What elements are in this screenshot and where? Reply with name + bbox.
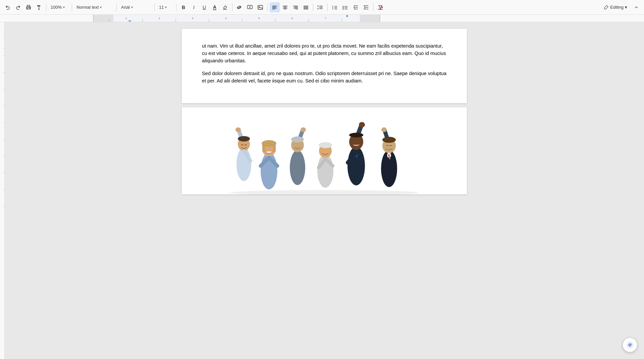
toolbar: 100% ▾ Normal text ▾ Arial ▾ 11 ▾ B I U … — [0, 0, 644, 15]
paragraph-2: Sed dolor dolorem detraxit id, pro ne qu… — [202, 70, 447, 84]
align-center-button[interactable] — [280, 2, 290, 12]
svg-text:7: 7 — [325, 17, 326, 20]
undo-button[interactable] — [3, 2, 13, 12]
zoom-select[interactable]: 100% ▾ — [48, 2, 70, 12]
indent-decrease-button[interactable] — [351, 2, 361, 12]
align-justify-button[interactable] — [301, 2, 311, 12]
svg-point-36 — [343, 8, 344, 9]
editing-arrow: ▾ — [625, 5, 627, 10]
svg-rect-1 — [27, 8, 30, 9]
ai-assistant-button[interactable] — [623, 338, 637, 352]
text-color-icon: A — [213, 5, 216, 10]
svg-rect-7 — [258, 5, 263, 9]
svg-rect-104 — [262, 143, 265, 152]
divider-7 — [267, 3, 268, 11]
editing-mode-button[interactable]: Editing ▾ — [600, 2, 631, 12]
clear-format-button[interactable] — [375, 2, 385, 12]
svg-point-35 — [343, 7, 344, 8]
zoom-arrow: ▾ — [63, 5, 65, 9]
svg-point-119 — [359, 122, 365, 127]
divider-1 — [46, 3, 46, 11]
svg-rect-50 — [93, 15, 380, 22]
align-left-button[interactable] — [270, 2, 280, 12]
style-value: Normal text — [76, 5, 99, 10]
svg-rect-105 — [273, 143, 276, 152]
svg-point-126 — [381, 127, 387, 132]
text-color-button[interactable]: A — [210, 2, 220, 12]
svg-point-129 — [382, 137, 396, 143]
numbered-list-button[interactable]: 1. 2. 3. — [330, 2, 340, 12]
svg-text:1: 1 — [125, 17, 127, 20]
font-select[interactable]: Arial ▾ — [119, 2, 152, 12]
collapse-toolbar-button[interactable] — [631, 2, 641, 12]
document-page-2[interactable] — [182, 107, 467, 194]
divider-8 — [313, 3, 313, 11]
style-arrow: ▾ — [100, 5, 102, 9]
svg-point-109 — [301, 127, 306, 132]
divider-3 — [116, 3, 117, 11]
divider-10 — [373, 3, 373, 11]
svg-point-34 — [343, 6, 344, 7]
redo-button[interactable] — [13, 2, 23, 12]
svg-point-134 — [230, 190, 418, 194]
divider-4 — [154, 3, 155, 11]
ruler: 1 2 3 4 5 6 7 — [0, 15, 644, 22]
svg-text:3: 3 — [192, 17, 193, 20]
align-right-button[interactable] — [290, 2, 301, 12]
divider-6 — [232, 3, 232, 11]
italic-button[interactable]: I — [189, 2, 199, 12]
svg-point-94 — [235, 127, 241, 132]
size-value: 11 — [159, 5, 164, 10]
bulleted-list-button[interactable] — [340, 2, 350, 12]
indent-increase-button[interactable] — [361, 2, 371, 12]
underline-icon: U — [203, 5, 206, 10]
svg-point-115 — [319, 142, 332, 148]
divider-2 — [72, 3, 72, 11]
bold-button[interactable]: B — [178, 2, 189, 12]
svg-text:5: 5 — [258, 17, 260, 20]
divider-5 — [176, 3, 176, 11]
svg-point-122 — [349, 133, 363, 137]
style-select[interactable]: Normal text ▾ — [74, 2, 114, 12]
main-content: ut nam. Vim ut illud ancillae, amet zril… — [5, 22, 644, 359]
document-page-1[interactable]: ut nam. Vim ut illud ancillae, amet zril… — [182, 29, 467, 103]
font-arrow: ▾ — [131, 5, 133, 9]
print-button[interactable] — [23, 2, 34, 12]
highlight-button[interactable] — [220, 2, 230, 12]
format-group: B I U A — [178, 2, 230, 12]
svg-point-98 — [241, 144, 243, 145]
svg-point-2 — [30, 7, 30, 8]
divider-9 — [327, 3, 328, 11]
svg-point-99 — [245, 144, 247, 145]
paragraph-1: ut nam. Vim ut illud ancillae, amet zril… — [202, 42, 447, 64]
svg-point-97 — [238, 136, 250, 141]
size-select[interactable]: 11 ▾ — [157, 2, 174, 12]
insert-comment-button[interactable] — [245, 2, 255, 12]
svg-point-112 — [291, 136, 304, 142]
italic-icon: I — [193, 5, 195, 10]
size-arrow: ▾ — [165, 5, 167, 9]
svg-rect-53 — [360, 15, 380, 22]
align-group — [270, 2, 311, 12]
link-button[interactable] — [234, 2, 245, 12]
svg-text:3.: 3. — [332, 8, 334, 10]
svg-text:2: 2 — [159, 17, 160, 20]
svg-rect-52 — [93, 15, 113, 22]
history-group — [3, 2, 44, 12]
left-ruler — [0, 22, 5, 359]
doc-content: ut nam. Vim ut illud ancillae, amet zril… — [202, 42, 447, 84]
editing-label: Editing — [610, 5, 624, 10]
image-button[interactable] — [255, 2, 265, 12]
bold-icon: B — [182, 5, 185, 10]
svg-point-110 — [290, 150, 305, 185]
insert-group — [234, 2, 265, 12]
svg-text:6: 6 — [291, 17, 293, 20]
zoom-value: 100% — [51, 5, 62, 10]
line-spacing-button[interactable] — [315, 2, 325, 12]
font-value: Arial — [121, 5, 130, 10]
svg-text:4: 4 — [225, 17, 227, 20]
people-image — [215, 121, 433, 194]
celebration-svg — [215, 121, 433, 194]
underline-button[interactable]: U — [199, 2, 209, 12]
paint-format-button[interactable] — [34, 2, 44, 12]
